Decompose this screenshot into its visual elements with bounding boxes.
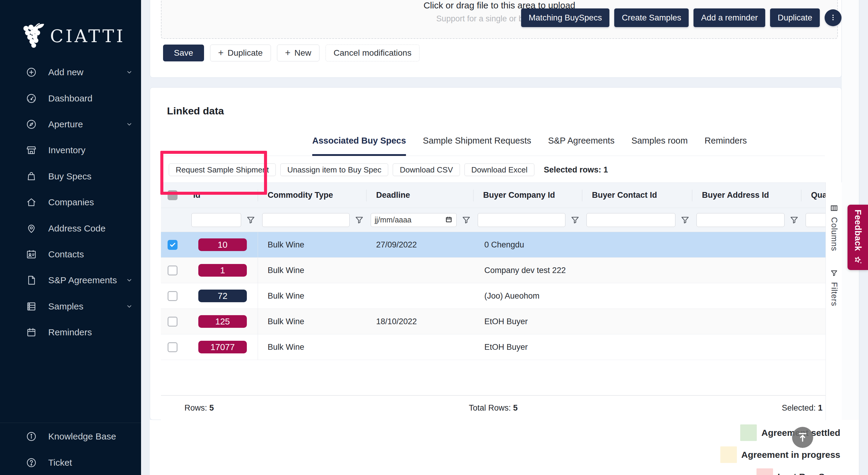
sidebar-item-aperture[interactable]: Aperture xyxy=(0,111,141,137)
sidebar-item-inventory[interactable]: Inventory xyxy=(0,137,141,163)
unassign-item-to-buy-spec-button[interactable]: Unassign item to Buy Spec xyxy=(280,164,388,176)
side-tool-label: Filters xyxy=(830,282,839,306)
select-cell xyxy=(161,232,187,258)
side-tool-columns[interactable]: Columns xyxy=(826,204,842,251)
id-badge[interactable]: 17077 xyxy=(198,341,247,353)
contact-card-icon xyxy=(26,249,37,260)
filter-input-commodity-type[interactable] xyxy=(262,213,350,227)
commodity-type-cell: Bulk Wine xyxy=(258,283,367,309)
column-header-commodity-type[interactable]: Commodity Type xyxy=(258,183,367,208)
info-circle-icon xyxy=(26,431,37,442)
id-badge[interactable]: 1 xyxy=(198,264,247,277)
column-header-id[interactable]: Id xyxy=(187,183,258,208)
star-sparkle-icon xyxy=(852,255,863,265)
id-badge[interactable]: 125 xyxy=(198,315,247,328)
sidebar-item-s-p-agreements[interactable]: S&P Agreements xyxy=(0,267,141,293)
filter-funnel-icon[interactable] xyxy=(570,215,580,225)
date-placeholder: jj/mm/aaaa xyxy=(375,215,445,224)
sidebar-item-buy-specs[interactable]: Buy Specs xyxy=(0,164,141,189)
duplicate-button-label: Duplicate xyxy=(227,48,263,58)
sidebar-item-dashboard[interactable]: Dashboard xyxy=(0,85,141,111)
filter-funnel-icon[interactable] xyxy=(246,215,255,225)
sidebar-item-knowledge-base[interactable]: Knowledge Base xyxy=(0,423,141,449)
column-header-deadline[interactable]: Deadline xyxy=(367,183,473,208)
tab-s-p-agreements[interactable]: S&P Agreements xyxy=(548,133,615,156)
row-checkbox-checked[interactable] xyxy=(167,240,178,250)
select-cell xyxy=(161,258,187,283)
column-header-buyer-contact-id[interactable]: Buyer Contact Id xyxy=(582,183,692,208)
sidebar-item-address-code[interactable]: Address Code xyxy=(0,215,141,241)
quantity-cell xyxy=(801,258,826,283)
sidebar-item-samples[interactable]: Samples xyxy=(0,294,141,319)
tab-associated-buy-specs[interactable]: Associated Buy Specs xyxy=(312,133,406,156)
id-badge[interactable]: 72 xyxy=(198,290,247,302)
scroll-to-top-button[interactable] xyxy=(792,427,813,448)
feedback-button[interactable]: Feedback xyxy=(847,205,868,270)
cancel-modifications-button[interactable]: Cancel modifications xyxy=(326,44,420,61)
filter-input-buyer-address-id[interactable] xyxy=(696,213,784,227)
header-select-cell xyxy=(161,183,187,208)
duplicate-button[interactable]: + Duplicate xyxy=(210,44,271,61)
more-actions-button[interactable] xyxy=(825,9,841,26)
sidebar-item-reminders[interactable]: Reminders xyxy=(0,319,141,345)
buyer-address-id-cell xyxy=(692,334,801,360)
quantity-cell xyxy=(801,283,826,309)
legend-swatch xyxy=(756,468,773,475)
table-row[interactable]: 72 Bulk Wine (Joo) Aueohom xyxy=(161,283,826,309)
column-header-quantity[interactable]: Quantity xyxy=(801,183,826,208)
filter-funnel-icon[interactable] xyxy=(461,215,471,225)
chevron-down-icon xyxy=(126,277,133,283)
sidebar-item-companies[interactable]: Companies xyxy=(0,189,141,215)
id-badge[interactable]: 10 xyxy=(198,238,247,251)
row-checkbox[interactable] xyxy=(167,266,178,275)
funnel-icon xyxy=(830,269,838,278)
row-checkbox[interactable] xyxy=(167,342,178,352)
buyer-company-id-cell: Company dev test 222 xyxy=(473,258,582,283)
save-button[interactable]: Save xyxy=(163,44,204,61)
table-row[interactable]: 10 Bulk Wine 27/09/2022 0 Chengdu xyxy=(161,232,826,258)
create-samples-button[interactable]: Create Samples xyxy=(614,8,689,27)
new-button[interactable]: + New xyxy=(277,44,319,61)
legend-item-agreement-in-progress: Agreement in progress xyxy=(720,446,840,463)
table-row[interactable]: 125 Bulk Wine 18/10/2022 EtOH Buyer xyxy=(161,309,826,334)
filter-input-buyer-company-id[interactable] xyxy=(478,213,565,227)
table-row[interactable]: 1 Bulk Wine Company dev test 222 xyxy=(161,258,826,283)
side-tool-filters[interactable]: Filters xyxy=(826,269,842,306)
column-header-buyer-company-id[interactable]: Buyer Company Id xyxy=(473,183,582,208)
sidebar-item-add-new[interactable]: Add new xyxy=(0,59,141,85)
feedback-label: Feedback xyxy=(853,209,863,251)
buyer-contact-id-cell xyxy=(582,334,692,360)
record-card: Click or drag file to this area to uploa… xyxy=(150,0,842,78)
download-csv-button[interactable]: Download CSV xyxy=(393,164,460,176)
select-all-checkbox[interactable] xyxy=(167,190,178,200)
tab-reminders[interactable]: Reminders xyxy=(705,133,747,156)
sidebar-item-ticket[interactable]: Ticket xyxy=(0,449,141,475)
new-button-label: New xyxy=(294,48,311,58)
filter-date-input-deadline[interactable]: jj/mm/aaaa xyxy=(371,213,457,227)
filter-funnel-icon[interactable] xyxy=(680,215,690,225)
table-row[interactable]: 17077 Bulk Wine EtOH Buyer xyxy=(161,334,826,360)
id-cell: 72 xyxy=(187,283,258,309)
duplicate-button[interactable]: Duplicate xyxy=(770,8,820,27)
sidebar-item-label: Reminders xyxy=(48,327,92,337)
buyer-address-id-cell xyxy=(692,283,801,309)
legend-label: Lost Buy Spec xyxy=(778,472,840,475)
quantity-cell xyxy=(801,309,826,334)
filter-funnel-icon[interactable] xyxy=(354,215,364,225)
filter-input-buyer-contact-id[interactable] xyxy=(587,213,675,227)
filter-input-quantity[interactable] xyxy=(806,213,826,227)
tab-samples-room[interactable]: Samples room xyxy=(631,133,688,156)
download-excel-button[interactable]: Download Excel xyxy=(464,164,534,176)
column-header-buyer-address-id[interactable]: Buyer Address Id xyxy=(692,183,801,208)
row-checkbox[interactable] xyxy=(167,317,178,327)
filter-funnel-icon[interactable] xyxy=(789,215,799,225)
select-cell xyxy=(161,283,187,309)
tab-sample-shipment-requests[interactable]: Sample Shipment Requests xyxy=(423,133,531,156)
filter-input-id[interactable] xyxy=(191,213,241,227)
add-a-reminder-button[interactable]: Add a reminder xyxy=(693,8,765,27)
row-checkbox[interactable] xyxy=(167,291,178,301)
matching-buyspecs-button[interactable]: Matching BuySpecs xyxy=(521,8,610,27)
sidebar-item-contacts[interactable]: Contacts xyxy=(0,241,141,267)
request-sample-shipment-button[interactable]: Request Sample Shipment xyxy=(169,164,276,176)
table-side-toolbar: Columns Filters xyxy=(826,182,842,420)
